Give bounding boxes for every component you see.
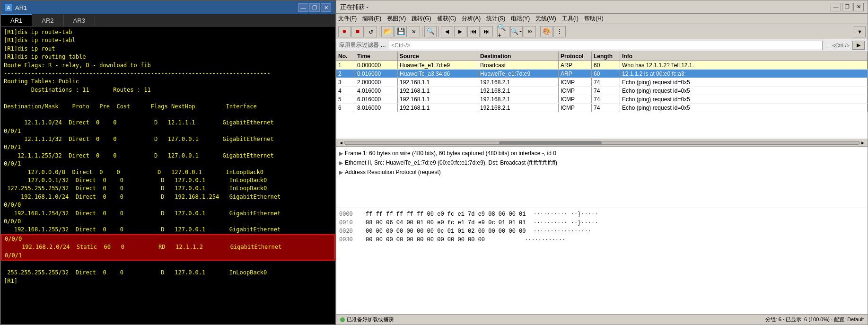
goto-first-button[interactable]: ⏮ — [467, 26, 480, 37]
packet-rows: 1 0.000000 HuaweiTe_e1:7d:e9 Broadcast A… — [336, 61, 868, 112]
ar1-minimize-button[interactable]: — — [298, 3, 308, 12]
menu-file[interactable]: 文件(F) — [338, 15, 357, 23]
wireshark-statusbar: 已准备好加载或捕获 分组: 6 · 已显示: 6 (100.0%) · 配置: … — [336, 314, 868, 325]
hex-row: 0020 00 00 00 00 00 00 00 0c 01 01 02 00… — [339, 227, 865, 236]
packet-no: 3 — [336, 78, 355, 86]
open-file-button[interactable]: 📂 — [381, 26, 394, 37]
save-file-button[interactable]: 💾 — [395, 26, 407, 37]
wireshark-window-controls: — ❐ ✕ — [831, 3, 864, 11]
packet-time: 0.000000 — [355, 61, 398, 69]
packet-info: Echo (ping) request id=0x5 — [620, 95, 868, 103]
col-header-time: Time — [355, 52, 398, 61]
ar1-title-left: A AR1 — [5, 4, 27, 11]
packet-detail: ▶ Frame 1: 60 bytes on wire (480 bits), … — [336, 147, 868, 208]
packet-row[interactable]: 3 2.000000 192.168.1.1 192.168.2.1 ICMP … — [336, 78, 868, 87]
ar1-titlebar: A AR1 — ❐ ✕ — [1, 1, 335, 14]
close-file-button[interactable]: ✕ — [408, 26, 420, 37]
ethernet-expand-icon[interactable]: ▶ — [339, 160, 343, 166]
toolbar-sep-5 — [538, 26, 538, 37]
filter-toolbar-button[interactable]: ▼ — [854, 26, 866, 37]
packet-info: Echo (ping) request id=0x5 — [620, 78, 868, 86]
menu-wireless[interactable]: 无线(W) — [535, 15, 556, 23]
back-button[interactable]: ◀ — [441, 26, 453, 37]
find-packet-button[interactable]: 🔍 — [424, 26, 437, 37]
arp-expand-icon[interactable]: ▶ — [339, 169, 343, 176]
packet-row[interactable]: 6 8.016000 192.168.1.1 192.168.2.1 ICMP … — [336, 104, 868, 112]
packet-row[interactable]: 5 6.016000 192.168.1.1 192.168.2.1 ICMP … — [336, 95, 868, 104]
packet-proto: ICMP — [559, 95, 592, 103]
ws-minimize-button[interactable]: — — [831, 3, 841, 11]
detail-frame[interactable]: ▶ Frame 1: 60 bytes on wire (480 bits), … — [339, 149, 865, 158]
hex-ascii: ·········· ··}····· — [533, 219, 598, 227]
packet-no: 1 — [336, 61, 355, 69]
goto-last-button[interactable]: ⏭ — [481, 26, 493, 37]
ar1-window-controls: — ❐ ✕ — [298, 3, 331, 12]
detail-ethernet[interactable]: ▶ Ethernet II, Src: HuaweiTe_e1:7d:e9 (0… — [339, 158, 865, 167]
zoom-in-button[interactable]: 🔍+ — [497, 26, 509, 37]
stop-capture-button[interactable]: ■ — [351, 26, 364, 37]
scroll-right-button[interactable]: ▶ — [860, 140, 866, 146]
menu-help[interactable]: 帮助(H) — [584, 15, 604, 23]
packet-len: 74 — [592, 95, 620, 103]
col-header-src: Source — [398, 52, 478, 61]
coloring-button[interactable]: 🎨 — [540, 26, 552, 37]
col-header-info: Info — [620, 52, 868, 61]
ar1-restore-button[interactable]: ❐ — [309, 3, 320, 12]
packet-time: 6.016000 — [355, 95, 398, 103]
hex-row: 0010 08 00 06 04 00 01 00 e0 fc e1 7d e9… — [339, 219, 865, 227]
packet-row[interactable]: 1 0.000000 HuaweiTe_e1:7d:e9 Broadcast A… — [336, 61, 868, 70]
packet-dst: HuaweiTe_e1:7d:e9 — [478, 70, 559, 78]
packet-src: HuaweiTe_e1:7d:e9 — [398, 61, 478, 69]
tab-ar2[interactable]: AR2 — [32, 14, 63, 26]
packet-dst: 192.168.2.1 — [478, 78, 559, 86]
zoom-orig-button[interactable]: ⊙ — [524, 26, 536, 37]
more-button[interactable]: ⋮ — [553, 26, 566, 37]
menu-go[interactable]: 跳转(G) — [412, 15, 431, 23]
menu-telephone[interactable]: 电话(Y) — [511, 15, 530, 23]
toolbar-sep-1 — [379, 26, 379, 37]
menu-capture[interactable]: 捕获(C) — [437, 15, 456, 23]
menu-analyze[interactable]: 分析(A) — [462, 15, 481, 23]
ws-close-button[interactable]: ✕ — [853, 3, 864, 11]
packet-src: 192.168.1.1 — [398, 78, 478, 86]
tab-ar3[interactable]: AR3 — [64, 14, 95, 26]
scroll-left-button[interactable]: ◀ — [338, 140, 344, 146]
packet-list: No. Time Source Destination Protocol Len… — [336, 52, 868, 139]
menu-view[interactable]: 视图(V) — [387, 15, 406, 23]
packet-len: 60 — [592, 70, 620, 78]
terminal-body[interactable]: [R1]dis ip route-tab [R1]dis ip route-ta… — [1, 26, 335, 324]
forward-button[interactable]: ▶ — [454, 26, 466, 37]
hex-row: 0000 ff ff ff ff ff ff 00 e0 fc e1 7d e9… — [339, 210, 865, 219]
start-capture-button[interactable]: ● — [338, 26, 351, 37]
col-header-dst: Destination — [478, 52, 559, 61]
zoom-out-button[interactable]: 🔍- — [510, 26, 523, 37]
status-packets-text: 分组: 6 · 已显示: 6 (100.0%) · 配置: Default — [765, 316, 864, 323]
hex-ascii: ·········· ··}····· — [533, 210, 598, 219]
ws-restore-button[interactable]: ❐ — [842, 3, 852, 11]
packet-src: 192.168.1.1 — [398, 104, 478, 112]
packet-len: 74 — [592, 78, 620, 86]
filter-apply-button[interactable]: ▶ — [852, 41, 865, 50]
hex-offset: 0030 — [339, 236, 358, 244]
packet-proto: ICMP — [559, 78, 592, 86]
restart-capture-button[interactable]: ↺ — [365, 26, 377, 37]
menu-statistics[interactable]: 统计(S) — [486, 15, 505, 23]
scrollbar-thumb[interactable] — [499, 141, 602, 144]
packet-row[interactable]: 4 4.016000 192.168.1.1 192.168.2.1 ICMP … — [336, 87, 868, 95]
menu-tools[interactable]: 工具(I) — [562, 15, 579, 23]
scrollbar-track[interactable] — [344, 141, 860, 145]
packet-row[interactable]: 2 0.016000 HuaweiTe_a3:34:d6 HuaweiTe_e1… — [336, 70, 868, 78]
hex-rows: 0000 ff ff ff ff ff ff 00 e0 fc e1 7d e9… — [339, 210, 865, 244]
frame-expand-icon[interactable]: ▶ — [339, 150, 343, 157]
filter-input[interactable] — [389, 41, 823, 50]
ar1-close-button[interactable]: ✕ — [321, 3, 331, 12]
packet-src: 192.168.1.1 — [398, 95, 478, 103]
ar1-tab-bar: AR1 AR2 AR3 — [1, 14, 335, 26]
tab-ar1[interactable]: AR1 — [1, 14, 32, 26]
packet-list-header: No. Time Source Destination Protocol Len… — [336, 52, 868, 61]
horizontal-scrollbar[interactable]: ◀ ▶ — [336, 139, 868, 147]
packet-info: Echo (ping) request id=0x5 — [620, 87, 868, 95]
menu-edit[interactable]: 编辑(E) — [362, 15, 381, 23]
hex-ascii: ············ — [525, 236, 565, 244]
detail-arp[interactable]: ▶ Address Resolution Protocol (request) — [339, 167, 865, 177]
